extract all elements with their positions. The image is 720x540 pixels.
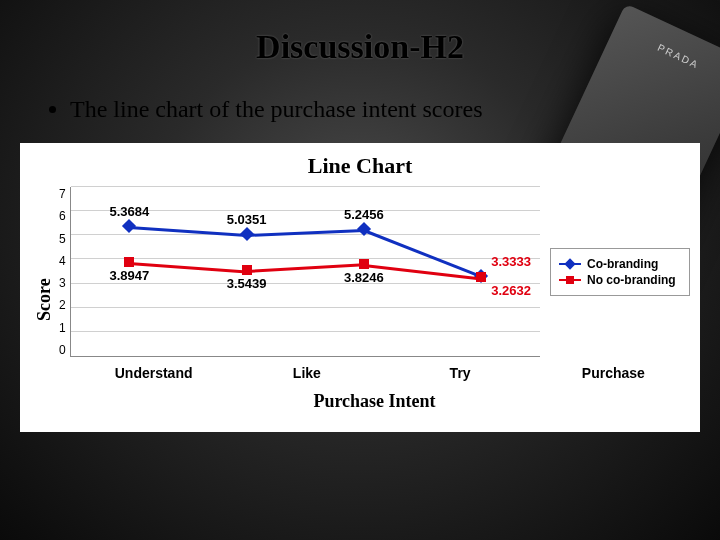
series-segment bbox=[247, 229, 364, 237]
slide-title: Discussion-H2 bbox=[0, 0, 720, 66]
data-label: 5.2456 bbox=[344, 207, 384, 222]
diamond-marker-icon bbox=[239, 227, 253, 241]
y-tick: 1 bbox=[59, 321, 66, 335]
y-tick: 3 bbox=[59, 276, 66, 290]
chart-container: Line Chart Score 01234567 5.36845.03515.… bbox=[20, 143, 700, 432]
bullet-item: The line chart of the purchase intent sc… bbox=[70, 96, 680, 123]
end-data-label: 3.3333 bbox=[491, 254, 531, 269]
legend-label: No co-branding bbox=[587, 273, 676, 287]
x-ticks: UnderstandLikeTryPurchase bbox=[77, 365, 690, 381]
legend-label: Co-branding bbox=[587, 257, 658, 271]
legend-marker-square-icon bbox=[559, 279, 581, 281]
x-tick: Purchase bbox=[537, 365, 690, 381]
data-label: 5.0351 bbox=[227, 212, 267, 227]
gridline bbox=[71, 258, 540, 259]
bullet-list: The line chart of the purchase intent sc… bbox=[0, 66, 720, 123]
y-tick: 5 bbox=[59, 232, 66, 246]
x-axis-label: Purchase Intent bbox=[59, 391, 690, 412]
square-marker-icon bbox=[124, 257, 134, 267]
y-tick: 2 bbox=[59, 298, 66, 312]
x-tick: Try bbox=[384, 365, 537, 381]
legend-item: Co-branding bbox=[559, 257, 681, 271]
legend: Co-branding No co-branding bbox=[550, 248, 690, 296]
data-label: 3.8246 bbox=[344, 270, 384, 285]
series-segment bbox=[129, 226, 246, 237]
data-label: 3.5439 bbox=[227, 276, 267, 291]
gridline bbox=[71, 307, 540, 308]
chart-title: Line Chart bbox=[30, 153, 690, 179]
diamond-marker-icon bbox=[122, 219, 136, 233]
data-label: 5.3684 bbox=[109, 204, 149, 219]
plot-area: 5.36845.03515.24563.89473.54393.82463.33… bbox=[70, 187, 540, 357]
y-tick: 0 bbox=[59, 343, 66, 357]
y-axis-label: Score bbox=[30, 187, 59, 412]
end-data-label: 3.2632 bbox=[491, 283, 531, 298]
square-marker-icon bbox=[359, 259, 369, 269]
y-tick: 6 bbox=[59, 209, 66, 223]
gridline bbox=[71, 331, 540, 332]
square-marker-icon bbox=[242, 265, 252, 275]
y-ticks: 01234567 bbox=[59, 187, 70, 357]
x-tick: Understand bbox=[77, 365, 230, 381]
gridline bbox=[71, 186, 540, 187]
legend-item: No co-branding bbox=[559, 273, 681, 287]
gridline bbox=[71, 234, 540, 235]
data-label: 3.8947 bbox=[109, 268, 149, 283]
legend-marker-diamond-icon bbox=[559, 263, 581, 265]
y-tick: 4 bbox=[59, 254, 66, 268]
x-tick: Like bbox=[230, 365, 383, 381]
y-tick: 7 bbox=[59, 187, 66, 201]
square-marker-icon bbox=[476, 272, 486, 282]
